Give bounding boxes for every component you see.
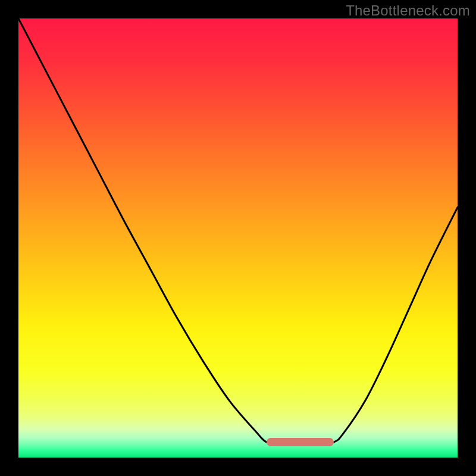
watermark-text: TheBottleneck.com [346,2,470,19]
chart-frame: TheBottleneck.com [0,0,476,476]
plot-area [18,18,458,458]
flat-segment-marker [267,438,334,446]
bottleneck-curve [18,18,458,444]
curve-layer [18,18,458,458]
